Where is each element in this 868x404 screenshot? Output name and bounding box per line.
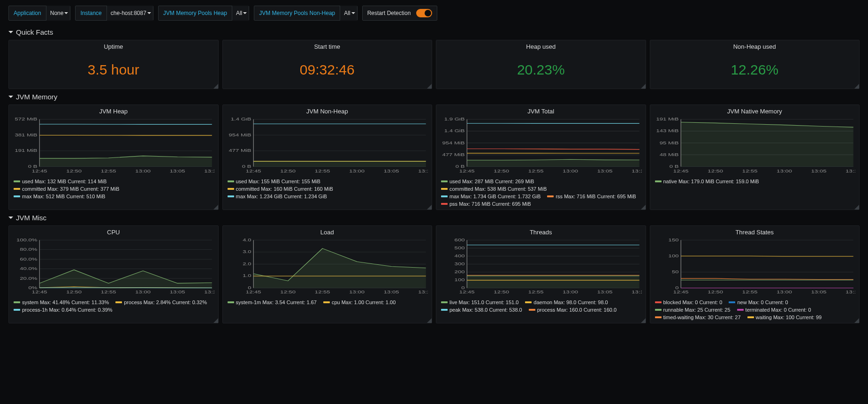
resize-handle[interactable]	[427, 205, 432, 209]
panel-tstates[interactable]: Thread States05010015012:4512:5012:5513:…	[650, 225, 860, 323]
svg-text:12:50: 12:50	[66, 290, 82, 294]
legend-item[interactable]: system-1m Max: 3.54 Current: 1.67	[228, 299, 317, 305]
panel-start-time[interactable]: Start time 09:32:46	[222, 40, 433, 89]
panel-cpu[interactable]: CPU0%20.0%40.0%60.0%80.0%100.0%12:4512:5…	[8, 225, 219, 323]
resize-handle[interactable]	[641, 318, 646, 323]
legend-item[interactable]: terminated Max: 0 Current: 0	[737, 307, 811, 313]
legend-swatch	[14, 188, 20, 190]
svg-text:20.0%: 20.0%	[20, 276, 37, 280]
legend-swatch	[14, 309, 20, 311]
resize-handle[interactable]	[213, 205, 218, 209]
filter-application-label: Application	[9, 6, 46, 21]
panel-title: Uptime	[9, 40, 218, 51]
panel-nonheap[interactable]: JVM Non-Heap0 B477 MiB954 MiB1.4 GiB12:4…	[222, 105, 433, 210]
svg-text:13:05: 13:05	[383, 168, 399, 173]
chart-legend: used Max: 287 MiB Current: 269 MiBcommit…	[436, 177, 646, 209]
legend-item[interactable]: committed Max: 160 MiB Current: 160 MiB	[228, 186, 333, 192]
legend-item[interactable]: cpu Max: 1.00 Current: 1.00	[323, 299, 396, 305]
resize-handle[interactable]	[854, 318, 859, 323]
svg-text:12:50: 12:50	[708, 290, 723, 294]
filter-application-value[interactable]: None	[46, 6, 70, 21]
svg-text:0 B: 0 B	[242, 164, 251, 169]
legend-item[interactable]: committed Max: 538 MiB Current: 537 MiB	[441, 186, 547, 192]
legend-item[interactable]: pss Max: 716 MiB Current: 695 MiB	[441, 201, 531, 207]
resize-handle[interactable]	[427, 318, 432, 323]
legend-item[interactable]: max Max: 512 MiB Current: 510 MiB	[14, 194, 105, 199]
quick-facts-row: Uptime 3.5 hour Start time 09:32:46 Heap…	[0, 38, 868, 91]
legend-text: system Max: 41.48% Current: 11.33%	[22, 299, 109, 305]
resize-handle[interactable]	[641, 84, 646, 89]
section-jvm-misc[interactable]: JVM Misc	[0, 212, 868, 224]
filter-instance-value[interactable]: che-host:8087	[107, 6, 153, 21]
svg-text:12:50: 12:50	[280, 290, 296, 294]
legend-swatch	[655, 309, 662, 311]
panel-threads[interactable]: Threads010020030040050060012:4512:5012:5…	[436, 225, 646, 323]
legend-item[interactable]: max Max: 1.734 GiB Current: 1.732 GiB	[441, 194, 541, 199]
legend-text: committed Max: 379 MiB Current: 377 MiB	[22, 186, 119, 192]
legend-item[interactable]: runnable Max: 25 Current: 25	[655, 307, 731, 313]
panel-title: Load	[223, 226, 432, 237]
section-jvm-memory[interactable]: JVM Memory	[0, 91, 868, 103]
panel-title: JVM Non-Heap	[223, 105, 432, 116]
legend-item[interactable]: process Max: 160.0 Current: 160.0	[529, 307, 617, 313]
legend-item[interactable]: rss Max: 716 MiB Current: 695 MiB	[547, 194, 636, 199]
legend-swatch	[115, 301, 122, 303]
chart-legend: system-1m Max: 3.54 Current: 1.67cpu Max…	[223, 298, 432, 308]
resize-handle[interactable]	[854, 205, 859, 209]
resize-handle[interactable]	[641, 205, 646, 209]
panel-heap[interactable]: JVM Heap0 B191 MiB381 MiB572 MiB12:4512:…	[8, 105, 219, 210]
legend-item[interactable]: timed-waiting Max: 30 Current: 27	[655, 314, 741, 320]
legend-item[interactable]: max Max: 1.234 GiB Current: 1.234 GiB	[228, 194, 327, 199]
filter-heap-pools-value[interactable]: All	[232, 6, 249, 21]
filter-nonheap-pools-value[interactable]: All	[340, 6, 357, 21]
resize-handle[interactable]	[213, 318, 218, 323]
legend-swatch	[14, 195, 20, 197]
chart-body: 0 B477 MiB954 MiB1.4 GiB1.9 GiB12:4512:5…	[436, 116, 646, 177]
legend-item[interactable]: system Max: 41.48% Current: 11.33%	[14, 299, 109, 305]
svg-text:12:45: 12:45	[673, 290, 688, 294]
panel-load[interactable]: Load01.02.03.04.012:4512:5012:5513:0013:…	[222, 225, 433, 323]
svg-text:50: 50	[671, 269, 678, 274]
legend-item[interactable]: committed Max: 379 MiB Current: 377 MiB	[14, 186, 119, 192]
svg-text:13:10: 13:10	[204, 168, 214, 173]
svg-text:13:05: 13:05	[811, 168, 826, 173]
legend-text: used Max: 155 MiB Current: 155 MiB	[236, 179, 320, 184]
legend-item[interactable]: used Max: 132 MiB Current: 114 MiB	[14, 179, 107, 184]
jvm-misc-row: CPU0%20.0%40.0%60.0%80.0%100.0%12:4512:5…	[0, 224, 868, 325]
legend-item[interactable]: new Max: 0 Current: 0	[729, 299, 788, 305]
stat-value: 09:32:46	[300, 62, 355, 78]
legend-item[interactable]: peak Max: 538.0 Current: 538.0	[441, 307, 522, 313]
panel-heap-used[interactable]: Heap used 20.23%	[436, 40, 646, 89]
legend-item[interactable]: daemon Max: 98.0 Current: 98.0	[525, 299, 608, 305]
panel-total[interactable]: JVM Total0 B477 MiB954 MiB1.4 GiB1.9 GiB…	[436, 105, 646, 210]
legend-item[interactable]: blocked Max: 0 Current: 0	[655, 299, 723, 305]
resize-handle[interactable]	[427, 84, 432, 89]
panel-uptime[interactable]: Uptime 3.5 hour	[8, 40, 219, 89]
svg-text:100: 100	[668, 254, 678, 258]
legend-swatch	[228, 301, 234, 303]
panel-nonheap-used[interactable]: Non-Heap used 12.26%	[650, 40, 860, 89]
filter-nonheap-pools: JVM Memory Pools Non-Heap All	[254, 6, 357, 21]
panel-title: Heap used	[436, 40, 646, 51]
legend-item[interactable]: waiting Max: 100 Current: 99	[747, 314, 822, 320]
resize-handle[interactable]	[854, 84, 859, 89]
svg-text:13:10: 13:10	[845, 168, 855, 173]
svg-text:13:05: 13:05	[383, 290, 399, 294]
legend-item[interactable]: live Max: 151.0 Current: 151.0	[441, 299, 518, 305]
filter-heap-pools: JVM Memory Pools Heap All	[158, 6, 249, 21]
section-quick-facts[interactable]: Quick Facts	[0, 26, 868, 38]
legend-item[interactable]: used Max: 155 MiB Current: 155 MiB	[228, 179, 320, 184]
restart-detection-toggle[interactable]	[416, 9, 432, 17]
chart-body: 0 B477 MiB954 MiB1.4 GiB12:4512:5012:551…	[223, 116, 432, 177]
chart-legend: system Max: 41.48% Current: 11.33%proces…	[9, 298, 218, 315]
resize-handle[interactable]	[213, 84, 218, 89]
legend-item[interactable]: process-1h Max: 0.64% Current: 0.39%	[14, 307, 113, 313]
panel-native[interactable]: JVM Native Memory0 B48 MiB95 MiB143 MiB1…	[650, 105, 860, 210]
legend-text: cpu Max: 1.00 Current: 1.00	[332, 299, 396, 305]
svg-text:1.0: 1.0	[243, 274, 251, 278]
legend-swatch	[441, 188, 448, 190]
legend-item[interactable]: native Max: 179.0 MiB Current: 159.0 MiB	[655, 179, 759, 184]
legend-item[interactable]: process Max: 2.84% Current: 0.32%	[115, 299, 207, 305]
legend-item[interactable]: used Max: 287 MiB Current: 269 MiB	[441, 179, 534, 184]
svg-text:477 MiB: 477 MiB	[442, 152, 464, 157]
